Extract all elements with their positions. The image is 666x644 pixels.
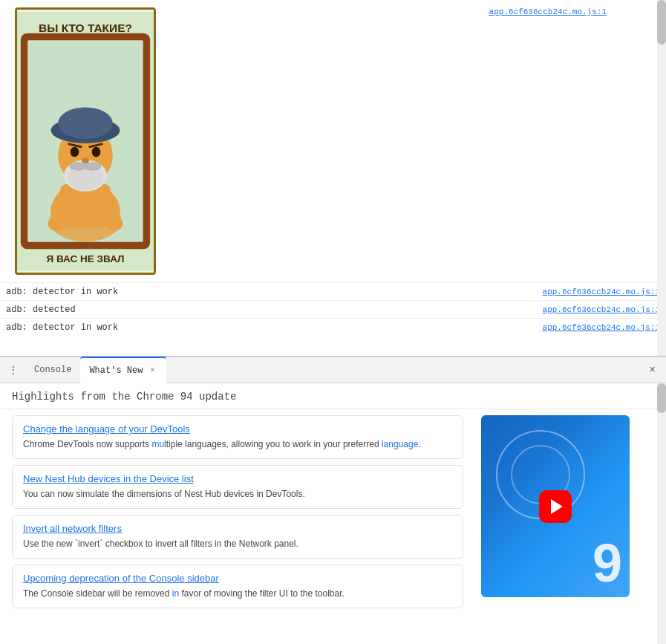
svg-point-17 [48,217,65,231]
svg-point-16 [82,157,89,163]
feature-item-2[interactable]: Invert all network filters Use the new `… [12,515,463,559]
console-area: ВЫ КТО ТАКИЕ? Я ВАС НЕ ЗВАЛ app.6cf636cc… [0,0,666,357]
video-thumbnail[interactable]: 9 [475,409,636,640]
svg-text:ВЫ КТО ТАКИЕ?: ВЫ КТО ТАКИЕ? [39,22,132,34]
svg-point-7 [58,107,113,139]
feature-title-2: Invert all network filters [23,523,452,534]
tab-bar: ⋮ Console What's New × × [0,357,666,383]
whats-new-title: Highlights from the Chrome 94 update [12,391,236,403]
whats-new-panel: Highlights from the Chrome 94 update Cha… [0,383,666,644]
svg-point-13 [92,147,101,157]
svg-point-18 [105,217,123,231]
tab-console-label: Console [34,365,71,375]
feature-desc-2: Use the new `invert` checkbox to invert … [23,537,452,550]
scrollbar-thumb[interactable] [657,0,666,45]
svg-point-12 [71,147,79,157]
feature-title-3: Upcoming deprecation of the Console side… [23,573,452,584]
video-play-button[interactable] [539,490,572,523]
cartoon-image: ВЫ КТО ТАКИЕ? Я ВАС НЕ ЗВАЛ [15,7,156,275]
log-source-3[interactable]: app.6cf636ccb24c.mo.js:1 [543,323,660,332]
feature-item-0[interactable]: Change the language of your DevTools Chr… [12,415,463,459]
whats-new-scrollbar-thumb[interactable] [657,383,666,413]
play-triangle-icon [551,499,563,514]
log-line: adb: detected app.6cf636ccb24c.mo.js:1 [0,300,666,318]
feature-item-1[interactable]: New Nest Hub devices in the Device list … [12,465,463,509]
feature-list: Change the language of your DevTools Chr… [0,409,475,640]
log-source-2[interactable]: app.6cf636ccb24c.mo.js:1 [543,305,660,314]
tab-whats-new[interactable]: What's New × [80,357,166,383]
svg-text:Я ВАС НЕ ЗВАЛ: Я ВАС НЕ ЗВАЛ [46,253,124,264]
feature-title-0: Change the language of your DevTools [23,423,452,435]
log-line: adb: detector in work app.6cf636ccb24c.m… [0,318,666,336]
tab-close-icon[interactable]: × [147,365,157,376]
log-line: adb: detector in work app.6cf636ccb24c.m… [0,282,666,300]
log-text-2: adb: detected [6,305,76,315]
tab-menu-icon[interactable]: ⋮ [4,361,22,379]
feature-desc-1: You can now simulate the dimensions of N… [23,487,452,501]
feature-desc-0: Chrome DevTools now supports multiple la… [23,438,452,451]
whats-new-header: Highlights from the Chrome 94 update [0,383,666,409]
whats-new-content: Change the language of your DevTools Chr… [0,409,666,640]
video-box[interactable]: 9 [481,415,630,597]
log-source-1[interactable]: app.6cf636ccb24c.mo.js:1 [543,287,660,296]
whats-new-scrollbar[interactable] [657,383,666,644]
feature-desc-3: The Console sidebar will be removed in f… [23,587,452,600]
svg-point-11 [84,162,101,171]
tab-whats-new-label: What's New [89,365,143,376]
top-source-link[interactable]: app.6cf636ccb24c.mo.js:1 [489,7,607,16]
console-scrollbar[interactable] [657,0,666,356]
log-text-1: adb: detector in work [6,287,118,297]
video-number: 9 [592,536,622,590]
tab-console[interactable]: Console [25,357,80,383]
log-lines: adb: detector in work app.6cf636ccb24c.m… [0,282,666,336]
image-section: ВЫ КТО ТАКИЕ? Я ВАС НЕ ЗВАЛ [0,0,666,282]
panel-close-button[interactable]: × [644,361,662,379]
log-text-3: adb: detector in work [6,322,118,333]
feature-item-3[interactable]: Upcoming deprecation of the Console side… [12,565,463,608]
feature-title-1: New Nest Hub devices in the Device list [23,473,452,484]
